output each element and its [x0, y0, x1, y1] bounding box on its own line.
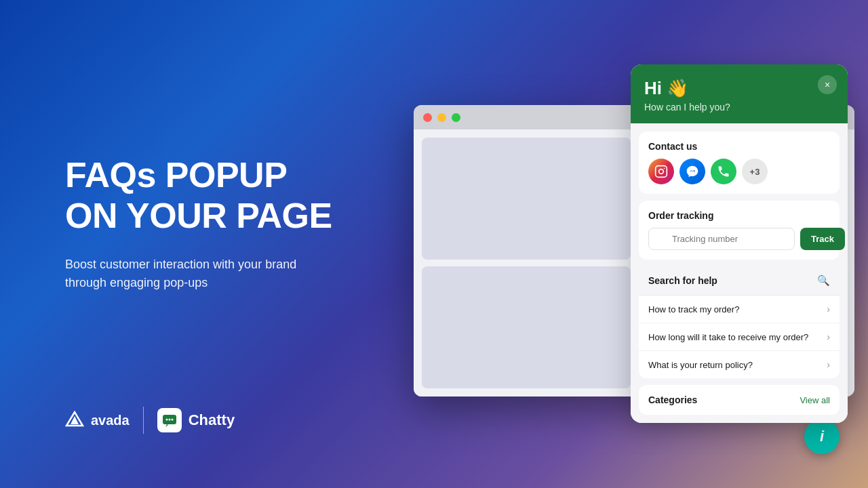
search-card: Search for help 🔍 How to track my order?…: [639, 266, 840, 378]
contact-card: Contact us: [639, 131, 840, 194]
tracking-title: Order tracking: [648, 210, 830, 221]
contact-icons: +3: [648, 159, 830, 184]
search-header: Search for help 🔍: [639, 266, 840, 296]
faq-question-2: How long will it take to receive my orde…: [648, 332, 808, 342]
browser-placeholder-1: [422, 138, 631, 260]
messenger-button[interactable]: [679, 159, 705, 184]
brand-bar: avada Chatty: [65, 407, 235, 434]
left-content: FAQs POPUP ON YOUR PAGE Boost customer i…: [65, 155, 336, 333]
svg-point-5: [171, 419, 173, 421]
phone-button[interactable]: [711, 159, 736, 184]
more-contact-button[interactable]: +3: [742, 159, 768, 184]
chat-body: Contact us: [631, 123, 848, 423]
brand-divider: [143, 407, 144, 434]
faq-item-1[interactable]: How to track my order? ›: [639, 296, 840, 323]
chatty-icon: [157, 408, 182, 432]
faq-chevron-3: ›: [827, 359, 830, 370]
categories-title: Categories: [648, 394, 697, 405]
contact-title: Contact us: [648, 141, 830, 152]
svg-point-4: [168, 419, 170, 421]
faq-question-3: What is your return policy?: [648, 360, 753, 370]
tracking-input-wrapper: 🔍: [648, 228, 795, 250]
info-button[interactable]: i: [804, 419, 840, 454]
subtitle: Boost customer interaction with your bra…: [65, 256, 336, 292]
svg-point-7: [659, 169, 664, 174]
svg-point-8: [664, 168, 665, 169]
svg-point-3: [165, 419, 167, 421]
instagram-button[interactable]: [648, 159, 674, 184]
chat-popup: Hi 👋 How can I help you? × Contact us: [631, 64, 848, 423]
faq-item-3[interactable]: What is your return policy? ›: [639, 351, 840, 378]
search-help-title: Search for help: [648, 275, 717, 286]
categories-card: Categories View all: [639, 385, 840, 415]
faq-question-1: How to track my order?: [648, 304, 739, 314]
faq-chevron-1: ›: [827, 304, 830, 314]
tracking-input-row: 🔍 Track: [648, 228, 830, 250]
browser-placeholder-3: [422, 266, 631, 388]
faq-item-2[interactable]: How long will it take to receive my orde…: [639, 323, 840, 351]
chat-subgreeting: How can I help you?: [644, 102, 834, 113]
chat-close-button[interactable]: ×: [818, 75, 837, 94]
chatty-logo: Chatty: [157, 408, 235, 432]
main-title: FAQs POPUP ON YOUR PAGE: [65, 155, 336, 237]
track-button[interactable]: Track: [800, 228, 845, 250]
tracking-card: Order tracking 🔍 Track: [639, 201, 840, 260]
close-window-btn[interactable]: [423, 113, 432, 122]
chat-header: Hi 👋 How can I help you? ×: [631, 64, 848, 123]
maximize-window-btn[interactable]: [452, 113, 460, 122]
tracking-number-input[interactable]: [648, 228, 795, 250]
chat-greeting: Hi 👋: [644, 78, 834, 99]
avada-logo: avada: [65, 411, 130, 430]
faq-chevron-2: ›: [827, 331, 830, 342]
svg-rect-6: [656, 166, 667, 178]
minimize-window-btn[interactable]: [437, 113, 446, 122]
view-all-link[interactable]: View all: [800, 395, 830, 405]
search-magnifier-icon: 🔍: [817, 274, 830, 287]
